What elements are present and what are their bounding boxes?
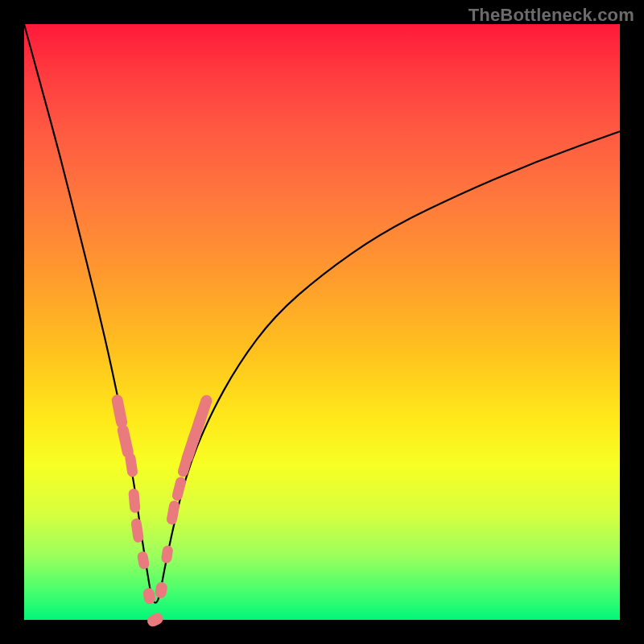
chart-frame: TheBottleneck.com (0, 0, 644, 644)
bottleneck-curve (24, 24, 620, 603)
highlight-marker (130, 518, 144, 543)
highlight-marker (125, 452, 138, 478)
plot-area (24, 24, 620, 620)
highlight-marker (171, 476, 187, 502)
highlight-marker (146, 611, 165, 628)
highlight-marker (137, 551, 151, 570)
highlight-marker (161, 545, 174, 564)
watermark-text: TheBottleneck.com (469, 5, 634, 26)
highlight-marker (155, 581, 168, 599)
highlight-markers (110, 394, 213, 629)
highlight-marker (192, 394, 214, 429)
highlight-marker (128, 488, 141, 513)
bottleneck-curve-svg (24, 24, 620, 620)
highlight-marker (166, 500, 180, 526)
highlight-marker (110, 394, 128, 429)
